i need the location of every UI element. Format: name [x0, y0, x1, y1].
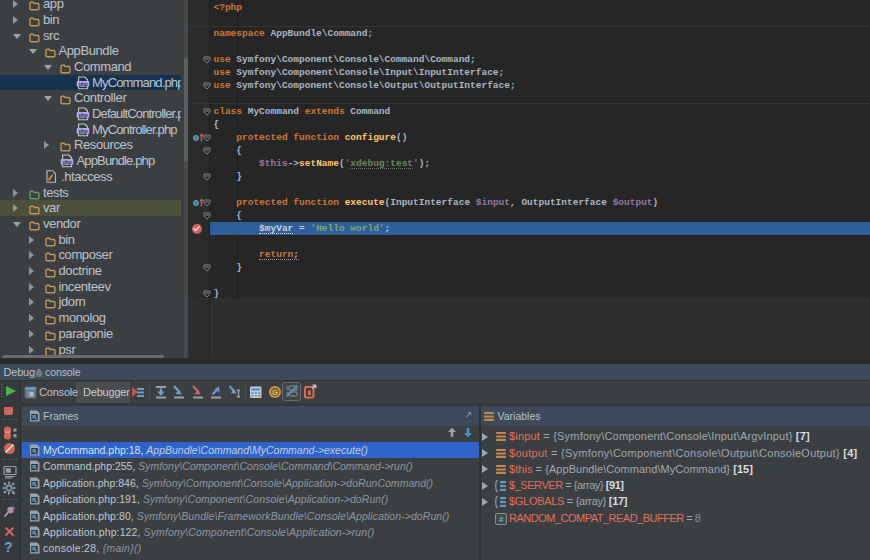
svg-text:php: php	[78, 127, 88, 133]
svg-text:php: php	[78, 80, 88, 86]
svg-text:G: G	[272, 388, 278, 397]
svg-text:php: php	[63, 159, 73, 165]
svg-text:php: php	[78, 112, 88, 118]
